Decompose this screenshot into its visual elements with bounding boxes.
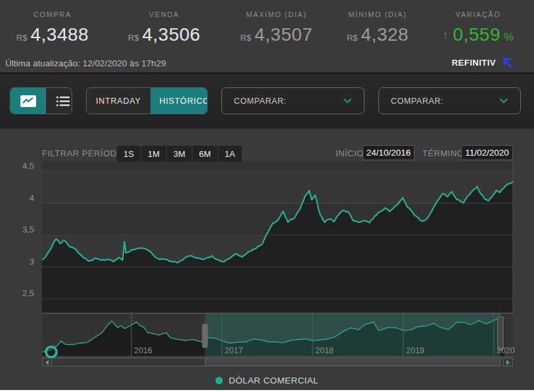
legend-series-label: DÓLAR COMERCIAL	[229, 376, 319, 385]
stat-value: 4,3507	[254, 24, 313, 45]
tab-historico[interactable]: HISTÓRICO	[150, 88, 208, 114]
y-tick: 3,5	[0, 225, 34, 234]
price-chart[interactable]	[0, 129, 534, 371]
scrollbar-left-button[interactable]	[43, 359, 52, 366]
up-arrow-icon: ↑	[443, 29, 449, 42]
chevron-down-icon	[499, 98, 508, 104]
stat-compra: COMPRA R$ 4,3488	[16, 11, 89, 45]
stat-label: VENDA	[128, 11, 200, 18]
navigator-left-handle[interactable]	[202, 324, 208, 348]
currency-prefix: R$	[240, 33, 252, 43]
year-label: 2020	[497, 346, 515, 355]
year-label: 2018	[315, 346, 334, 355]
percent-suffix: %	[504, 31, 514, 44]
period-button-1s[interactable]: 1S	[117, 146, 141, 162]
chevron-down-icon	[343, 98, 352, 104]
stat-label: VARIAÇÃO	[443, 11, 514, 18]
chart-toolbar: INTRADAY HISTÓRICO COMPARAR: COMPARAR:	[0, 72, 534, 129]
y-tick: 2,5	[0, 288, 34, 298]
start-date-label: INÍCIO	[336, 148, 364, 158]
period-button-1m[interactable]: 1M	[141, 146, 167, 162]
view-toggle	[10, 87, 72, 114]
legend-dot	[215, 377, 223, 384]
left-arrow-icon	[45, 360, 49, 365]
currency-prefix: R$	[347, 33, 358, 43]
stat-variacao: VARIAÇÃO ↑ 0,559 %	[443, 11, 514, 45]
compare-dropdown-right[interactable]: COMPARAR:	[378, 87, 521, 114]
stat-value: 4,3488	[30, 24, 89, 45]
chart-icon	[20, 95, 37, 108]
y-tick: 4	[0, 193, 34, 203]
compare-dropdown-label: COMPARAR:	[234, 97, 286, 106]
year-label: 2019	[406, 346, 424, 355]
right-arrow-icon	[506, 360, 510, 365]
currency-quote-widget: COMPRA R$ 4,3488 VENDA R$ 4,3506 MÁXIMO …	[0, 0, 534, 392]
legend-item-dolar-comercial[interactable]: DÓLAR COMERCIAL	[215, 376, 319, 385]
mode-tabs: INTRADAY HISTÓRICO	[86, 87, 208, 114]
tab-intraday[interactable]: INTRADAY	[87, 88, 150, 114]
stat-label: MÁXIMO (DIA)	[240, 11, 313, 18]
chart-view-button[interactable]	[11, 88, 46, 114]
navigator-start-marker[interactable]	[46, 347, 56, 357]
period-button-6m[interactable]: 6M	[192, 146, 218, 162]
navigator-selected-region[interactable]	[205, 313, 501, 357]
y-tick: 4,5	[0, 161, 34, 171]
stat-value: 0,559	[453, 24, 501, 45]
scrollbar-right-button[interactable]	[503, 359, 512, 366]
currency-prefix: R$	[128, 33, 139, 43]
refinitiv-wordmark: REFINITIV	[452, 58, 496, 68]
list-view-button[interactable]	[46, 88, 72, 114]
scrollbar-thumb[interactable]	[205, 359, 501, 366]
chart-section: FILTRAR PERÍODO 1S 1M 3M 6M 1A INÍCIO TÉ…	[0, 129, 534, 371]
year-label: 2017	[225, 346, 243, 355]
refinitiv-mark-icon	[501, 57, 513, 68]
stat-label: MÍNIMO (DIA)	[347, 11, 409, 18]
refinitiv-logo: REFINITIV	[452, 57, 513, 68]
y-tick: 3	[0, 257, 34, 267]
year-label: 2016	[134, 346, 152, 355]
compare-dropdown-label: COMPARAR:	[391, 97, 443, 106]
period-button-group: 1S 1M 3M 6M 1A	[117, 146, 242, 162]
end-date-label: TÉRMINO	[422, 148, 464, 158]
chart-legend: DÓLAR COMERCIAL	[0, 371, 534, 390]
filter-period-label: FILTRAR PERÍODO	[42, 148, 123, 158]
last-update-text: Última atualização: 12/02/2020 às 17h29	[5, 58, 166, 68]
stat-minimo-dia: MÍNIMO (DIA) R$ 4,328	[347, 11, 409, 45]
stat-value: 4,328	[361, 24, 409, 45]
list-icon	[55, 95, 71, 108]
navigator-scrollbar[interactable]	[42, 358, 513, 366]
stat-value: 4,3506	[142, 24, 200, 45]
end-date-input[interactable]	[461, 145, 513, 160]
start-date-input[interactable]	[363, 145, 414, 160]
compare-dropdown-left[interactable]: COMPARAR:	[221, 87, 365, 114]
period-button-1a[interactable]: 1A	[218, 146, 242, 162]
stat-label: COMPRA	[16, 11, 89, 18]
stat-venda: VENDA R$ 4,3506	[128, 11, 200, 45]
period-button-3m[interactable]: 3M	[167, 146, 192, 162]
stat-maximo-dia: MÁXIMO (DIA) R$ 4,3507	[240, 11, 313, 45]
quote-header: COMPRA R$ 4,3488 VENDA R$ 4,3506 MÁXIMO …	[0, 0, 534, 72]
currency-prefix: R$	[16, 33, 28, 43]
